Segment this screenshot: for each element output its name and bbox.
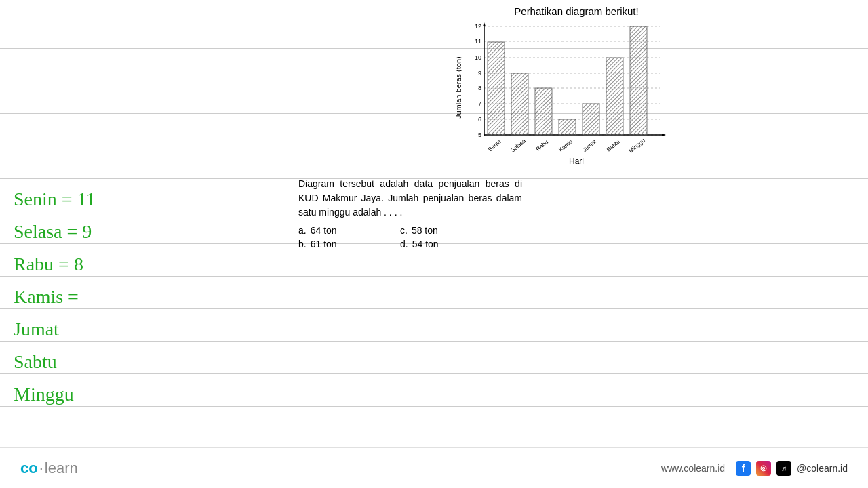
footer-logo-dot: · [39, 460, 43, 477]
answer-option-a: a. 64 ton [298, 225, 387, 236]
x-axis-label: Hari [454, 157, 698, 166]
svg-text:5: 5 [478, 131, 481, 138]
svg-rect-25 [606, 58, 623, 135]
tiktok-icon: ♬ [776, 461, 791, 476]
option-d-label: d. [400, 239, 408, 249]
chart-area: 12 11 10 9 8 7 6 5 [464, 20, 698, 155]
instagram-icon: ◎ [756, 461, 771, 476]
option-c-label: c. [400, 225, 408, 236]
svg-text:10: 10 [475, 54, 481, 61]
answer-option-d: d. 54 ton [400, 239, 488, 249]
svg-marker-11 [483, 22, 486, 26]
svg-text:Senin: Senin [487, 138, 502, 153]
svg-marker-10 [662, 134, 666, 136]
footer: co · learn www.colearn.id f ◎ ♬ @colearn… [0, 447, 868, 488]
option-d-value: 54 ton [412, 239, 439, 249]
svg-rect-26 [630, 26, 647, 135]
handwritten-line-1: Senin = 11 [14, 183, 96, 216]
svg-rect-22 [535, 88, 552, 135]
svg-rect-21 [511, 73, 528, 135]
bar-chart-svg: 12 11 10 9 8 7 6 5 [464, 20, 667, 155]
footer-logo-learn: learn [45, 460, 78, 477]
svg-rect-24 [583, 104, 599, 135]
handwritten-line-4: Kamis = [14, 281, 96, 313]
svg-text:Jumat: Jumat [581, 138, 598, 153]
footer-logo-co: co [20, 460, 38, 477]
handwritten-line-3: Rabu = 8 [14, 248, 96, 281]
handwritten-notes: Senin = 11 Selasa = 9 Rabu = 8 Kamis = J… [14, 183, 96, 411]
svg-rect-23 [559, 119, 576, 135]
footer-social: f ◎ ♬ @colearn.id [736, 461, 848, 476]
svg-text:9: 9 [478, 70, 481, 77]
svg-rect-20 [488, 42, 505, 135]
svg-text:6: 6 [478, 116, 481, 123]
option-b-value: 61 ton [311, 239, 337, 249]
option-a-label: a. [298, 225, 307, 236]
option-a-value: 64 ton [311, 225, 337, 236]
option-b-label: b. [298, 239, 307, 249]
svg-text:12: 12 [475, 23, 481, 30]
svg-text:8: 8 [478, 85, 481, 92]
svg-text:Kamis: Kamis [557, 138, 574, 153]
svg-text:7: 7 [478, 100, 481, 107]
social-handle: @colearn.id [797, 463, 848, 474]
main-content: Senin = 11 Selasa = 9 Rabu = 8 Kamis = J… [0, 0, 868, 447]
chart-wrapper: Jumlah beras (ton) [454, 20, 698, 155]
chart-container: Jumlah beras (ton) [454, 20, 698, 166]
svg-text:Selasa: Selasa [509, 137, 528, 154]
question-text: Diagram tersebut adalah data penjualan b… [298, 177, 522, 220]
y-axis-label: Jumlah beras (ton) [454, 20, 462, 155]
handwritten-line-5: Jumat [14, 313, 96, 346]
handwritten-line-7: Minggu [14, 378, 96, 411]
footer-right: www.colearn.id f ◎ ♬ @colearn.id [661, 461, 848, 476]
facebook-icon: f [736, 461, 751, 476]
question-section: Diagram tersebut adalah data penjualan b… [298, 177, 854, 249]
right-content: Perhatikan diagram berikut! Jumlah beras… [298, 5, 854, 249]
chart-title: Perhatikan diagram berikut! [298, 5, 854, 17]
svg-text:Sabtu: Sabtu [605, 138, 621, 153]
svg-text:Minggu: Minggu [627, 137, 646, 155]
svg-text:Rabu: Rabu [534, 138, 549, 152]
handwritten-line-2: Selasa = 9 [14, 216, 96, 248]
answer-options: a. 64 ton c. 58 ton b. 61 ton d. 54 ton [298, 225, 488, 249]
footer-logo: co · learn [20, 460, 78, 477]
footer-website: www.colearn.id [661, 463, 725, 474]
answer-option-b: b. 61 ton [298, 239, 387, 249]
handwritten-line-6: Sabtu [14, 346, 96, 378]
svg-text:11: 11 [475, 38, 481, 45]
option-c-value: 58 ton [412, 225, 438, 236]
answer-option-c: c. 58 ton [400, 225, 488, 236]
